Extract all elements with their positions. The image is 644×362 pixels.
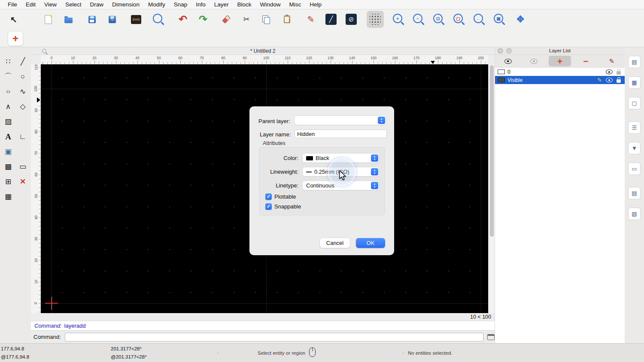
menu-item[interactable]: Window: [256, 1, 285, 8]
measure-tool-button[interactable]: ▭: [15, 159, 30, 174]
add-layer-button[interactable]: [549, 56, 571, 66]
redo-button[interactable]: ↷: [194, 11, 212, 28]
menu-item[interactable]: Layer: [210, 1, 233, 8]
selection-info: No entities selected.: [408, 350, 453, 356]
undo-button[interactable]: ↶: [174, 11, 191, 28]
hide-all-layers-button[interactable]: [523, 56, 545, 66]
visibility-eye-icon[interactable]: [606, 69, 613, 74]
image-tool-button[interactable]: ▣: [1, 144, 15, 159]
main-toolbar: ↖ ✎ SVG: [0, 9, 644, 29]
parent-layer-select[interactable]: [295, 116, 386, 125]
menu-item[interactable]: File: [3, 1, 21, 8]
save-button[interactable]: [83, 11, 100, 28]
menu-item[interactable]: Snap: [170, 1, 192, 8]
previous-view-button[interactable]: ←: [471, 11, 489, 28]
cancel-button[interactable]: Cancel: [320, 238, 350, 248]
zoom-in-button[interactable]: +: [391, 11, 408, 28]
command-widget-icon[interactable]: [487, 334, 495, 340]
ruler-label: 80: [34, 130, 38, 133]
points-tool-button[interactable]: ∷: [1, 54, 15, 69]
dock-blocks-button[interactable]: ▦: [628, 76, 641, 89]
save-as-button[interactable]: ✎: [103, 11, 121, 28]
scrollbar-thumb[interactable]: [490, 65, 494, 237]
delete-tool-button[interactable]: ✕: [15, 174, 30, 189]
ruler-position-marker: [37, 97, 40, 103]
paste-button[interactable]: [278, 11, 295, 28]
menu-item[interactable]: Dimension: [108, 1, 144, 8]
layer-name-input[interactable]: [295, 130, 387, 138]
lock-icon[interactable]: [617, 71, 621, 75]
pen-button[interactable]: ✎: [302, 11, 319, 28]
dock-clipboard-button[interactable]: ▧: [628, 208, 641, 220]
new-file-button[interactable]: [39, 11, 57, 28]
visibility-eye-icon[interactable]: [606, 78, 613, 82]
dock-list-button[interactable]: ☰: [628, 121, 641, 134]
svg-export-button[interactable]: SVG: [128, 11, 145, 28]
menu-item[interactable]: Edit: [21, 1, 40, 8]
layer-name: Visible: [507, 77, 597, 83]
menu-item[interactable]: Block: [233, 1, 256, 8]
delete-button[interactable]: [218, 11, 235, 28]
polygon-tool-button[interactable]: ◇: [15, 99, 30, 114]
menu-item[interactable]: Modify: [144, 1, 170, 8]
ruler-label: 90: [34, 108, 38, 112]
zoom-redraw-button[interactable]: ▢: [451, 11, 468, 28]
dock-lines-button[interactable]: ▤: [628, 187, 641, 199]
command-panel-icon: ▭: [632, 166, 637, 172]
window-zoom-button[interactable]: ▣: [492, 11, 509, 28]
grid-status: 10 < 100: [31, 313, 495, 321]
ruler-label: 50: [148, 55, 170, 60]
menu-item[interactable]: Help: [305, 1, 326, 8]
cut-button[interactable]: ✂: [238, 11, 255, 28]
pointer-button[interactable]: ↖: [5, 11, 22, 28]
edit-layer-button[interactable]: [601, 56, 623, 66]
show-all-layers-button[interactable]: [497, 56, 519, 66]
snappable-checkbox[interactable]: [265, 203, 272, 210]
menu-item[interactable]: Info: [191, 1, 210, 8]
menu-item[interactable]: View: [40, 1, 61, 8]
ruler-label: 120: [298, 55, 320, 60]
command-input[interactable]: [65, 333, 484, 341]
zoom-out-button[interactable]: −: [411, 11, 428, 28]
isometric-tool-button[interactable]: ▦: [1, 189, 15, 204]
palette-spacer: [15, 189, 30, 204]
copy-button[interactable]: [258, 11, 275, 28]
polyline-tool-button[interactable]: ∧: [1, 99, 15, 114]
menu-item[interactable]: Select: [61, 1, 86, 8]
dock-filter-button[interactable]: ▼: [628, 142, 641, 154]
line-tool-button[interactable]: ╱: [15, 54, 30, 69]
add-pen-button[interactable]: +: [8, 31, 23, 46]
lineweight-label: Lineweight:: [259, 169, 298, 175]
shape-tool-button[interactable]: ⊞: [1, 174, 15, 189]
dimension-tool-button[interactable]: ∟: [15, 129, 30, 144]
list-panel-icon: ☰: [632, 124, 637, 131]
print-preview-button[interactable]: [151, 11, 168, 28]
menu-item[interactable]: Draw: [86, 1, 108, 8]
app-window: FileEditViewSelectDrawDimensionModifySna…: [0, 0, 644, 362]
dock-command-button[interactable]: ▭: [628, 163, 641, 175]
edit-pen-icon[interactable]: ✎: [597, 77, 602, 83]
ok-button[interactable]: OK: [356, 238, 385, 248]
auto-zoom-button[interactable]: ⊡: [431, 11, 448, 28]
grid-toggle-button[interactable]: [367, 11, 384, 28]
circle-tool-button[interactable]: ○: [15, 69, 30, 84]
spline-tool-button[interactable]: ∿: [15, 84, 30, 99]
hatch-tool-button[interactable]: ▩: [1, 159, 15, 174]
layer-row[interactable]: Visible ✎: [495, 76, 625, 84]
open-file-button[interactable]: [60, 11, 77, 28]
remove-layer-button[interactable]: [574, 56, 597, 66]
arc-tool-button[interactable]: ⌒: [1, 69, 15, 84]
lock-icon[interactable]: [617, 79, 621, 83]
text-tool-button[interactable]: A: [1, 129, 15, 144]
plottable-checkbox[interactable]: [265, 193, 272, 200]
palette-spacer: [15, 114, 30, 129]
line-attributes-button[interactable]: ╱: [322, 11, 340, 28]
menu-item[interactable]: Misc: [285, 1, 306, 8]
ruler-label: 70: [191, 55, 213, 60]
dock-view-button[interactable]: ▢: [628, 97, 641, 109]
layer-row[interactable]: 0 ✎: [495, 68, 625, 76]
pan-button[interactable]: ✥: [512, 11, 529, 28]
hatch-ellipse-tool-button[interactable]: ▨: [1, 114, 15, 129]
dock-properties-button[interactable]: ▤: [628, 56, 641, 68]
ellipse-attributes-button[interactable]: ⊘: [343, 11, 360, 28]
